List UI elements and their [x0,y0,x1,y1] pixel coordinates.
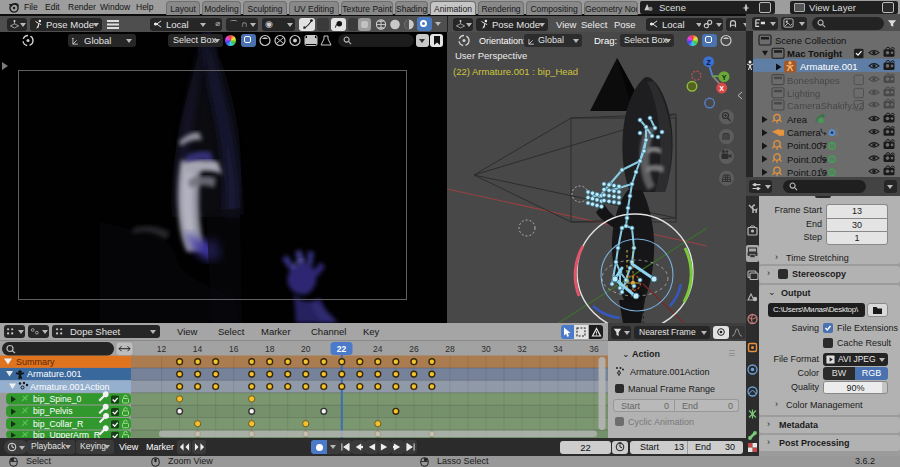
svg-text:bip_UpperArm_R: bip_UpperArm_R [33,430,100,439]
svg-text:18: 18 [265,344,275,354]
svg-text:X: X [719,85,724,92]
svg-text:Armature.001Action: Armature.001Action [30,382,110,392]
svg-text:26: 26 [409,344,419,354]
svg-text:bip_Pelvis: bip_Pelvis [33,406,73,416]
svg-text:28: 28 [445,344,455,354]
svg-text:Boneshapes: Boneshapes [787,75,840,86]
svg-text:32: 32 [517,344,527,354]
svg-text:Area: Area [787,114,808,125]
svg-text:Summary: Summary [16,357,55,367]
svg-text:16: 16 [229,344,239,354]
svg-text:14: 14 [193,344,203,354]
svg-text:22: 22 [337,344,347,354]
svg-text:Y: Y [722,74,727,81]
svg-text:Z: Z [706,59,711,66]
svg-text:User Perspective: User Perspective [455,50,527,61]
svg-text:36: 36 [589,344,599,354]
svg-text:24: 24 [373,344,383,354]
svg-text:Armature.001: Armature.001 [800,61,858,72]
svg-text:30: 30 [481,344,491,354]
svg-text:bip_Spine_0: bip_Spine_0 [33,394,81,404]
svg-text:12: 12 [157,344,167,354]
svg-text:(22) Armature.001 : bip_Head: (22) Armature.001 : bip_Head [453,66,578,77]
svg-text:bip_Collar_R: bip_Collar_R [33,419,83,429]
svg-text:Mac Tonight: Mac Tonight [787,48,843,59]
svg-text:Armature.001: Armature.001 [27,369,82,379]
svg-text:Scene Collection: Scene Collection [775,35,846,46]
svg-text:34: 34 [553,344,563,354]
svg-text:20: 20 [301,344,311,354]
svg-text:CameraShakify.v2: CameraShakify.v2 [787,100,864,111]
svg-text:Camera: Camera [787,127,822,138]
svg-text:Lighting: Lighting [787,88,820,99]
